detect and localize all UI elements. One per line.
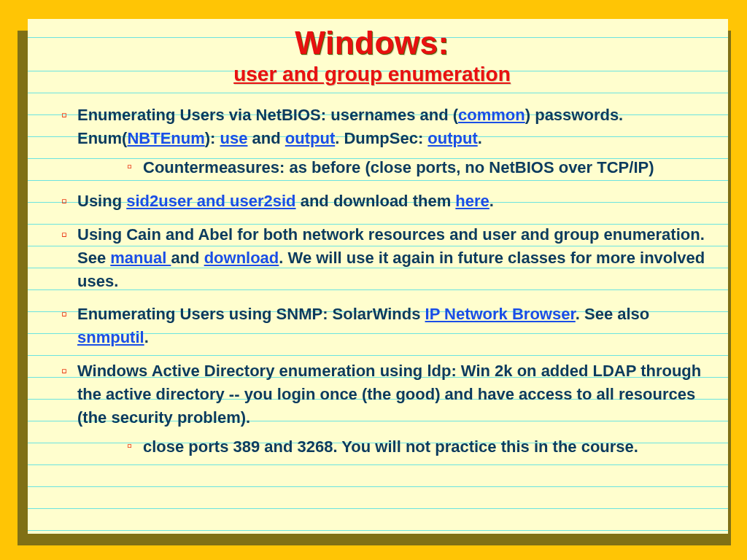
text: and download them — [296, 192, 456, 210]
text: . — [478, 129, 482, 147]
bullet-item: Enumerating Users via NetBIOS: usernames… — [36, 104, 708, 179]
text: Using — [77, 192, 126, 210]
link-output[interactable]: output — [285, 129, 335, 147]
link-use[interactable]: use — [220, 129, 248, 147]
link-ip-network-browser[interactable]: IP Network Browser — [425, 305, 576, 323]
sub-bullet: Countermeasures: as before (close ports,… — [77, 156, 708, 179]
link-here[interactable]: here — [455, 192, 489, 210]
text: and — [247, 129, 285, 147]
text: Windows Active Directory enumeration usi… — [77, 362, 701, 427]
text: . — [144, 328, 149, 346]
text: and — [171, 249, 204, 267]
text: . See also — [576, 305, 650, 323]
link-common[interactable]: common — [458, 106, 525, 124]
link-snmputil[interactable]: snmputil — [77, 328, 144, 346]
text: . DumpSec: — [335, 129, 427, 147]
link-download[interactable]: download — [204, 249, 279, 267]
bullet-list: Enumerating Users via NetBIOS: usernames… — [36, 104, 708, 459]
title-block: Windows: user and group enumeration — [36, 26, 708, 86]
sub-list: Countermeasures: as before (close ports,… — [77, 156, 708, 179]
sub-list: close ports 389 and 3268. You will not p… — [77, 435, 708, 459]
bullet-item: Using Cain and Abel for both network res… — [36, 223, 708, 293]
link-dumpsec-output[interactable]: output — [427, 129, 477, 147]
text: Enumerating Users using SNMP: SolarWinds — [77, 305, 425, 323]
bullet-item: Windows Active Directory enumeration usi… — [36, 359, 708, 459]
lined-paper: Windows: user and group enumeration Enum… — [28, 19, 728, 534]
link-nbtenum[interactable]: NBTEnum — [127, 129, 204, 147]
slide-subtitle: user and group enumeration — [36, 63, 708, 86]
link-manual[interactable]: manual — [110, 249, 171, 267]
slide-title: Windows: — [36, 26, 708, 60]
text: Enumerating Users via NetBIOS: usernames… — [77, 106, 458, 124]
text: . — [489, 192, 494, 210]
text: ): — [205, 129, 220, 147]
bullet-item: Using sid2user and user2sid and download… — [36, 190, 708, 213]
bullet-item: Enumerating Users using SNMP: SolarWinds… — [36, 303, 708, 349]
link-sid2user[interactable]: sid2user and user2sid — [126, 192, 295, 210]
sub-bullet: close ports 389 and 3268. You will not p… — [77, 435, 708, 459]
